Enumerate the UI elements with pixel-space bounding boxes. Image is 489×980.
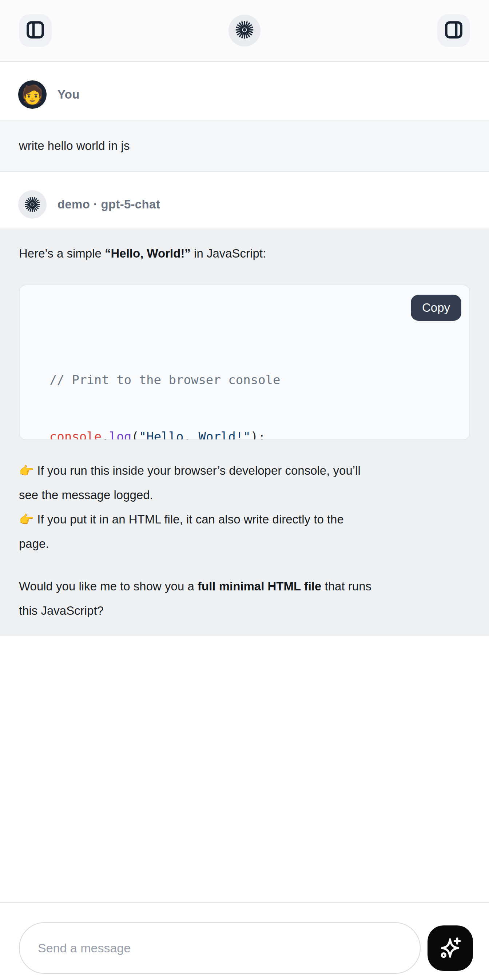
code-line: // Print to the browser console xyxy=(49,370,455,389)
assistant-name-label: demo · gpt-5-chat xyxy=(57,197,160,212)
right-panel-toggle-button[interactable] xyxy=(437,14,470,47)
code-line: console.log("Hello, World!"); xyxy=(49,427,455,440)
assistant-paragraph: 👉 If you run this inside your browser’s … xyxy=(19,458,470,556)
chat-app: 🧑 You write hello world in js xyxy=(0,0,489,980)
user-name-label: You xyxy=(57,88,80,102)
assistant-message: Here’s a simple “Hello, World!” in JavaS… xyxy=(0,228,489,636)
top-bar xyxy=(0,0,489,62)
empty-scroll-area xyxy=(0,636,489,902)
composer-bar xyxy=(0,902,489,980)
code-block: Copy // Print to the browser console con… xyxy=(19,285,470,440)
user-message-text: write hello world in js xyxy=(19,139,129,153)
user-message-header: 🧑 You xyxy=(0,62,489,120)
person-emoji: 🧑 xyxy=(21,86,44,104)
user-avatar: 🧑 xyxy=(18,80,46,109)
app-logo-button[interactable] xyxy=(228,14,261,46)
message-input[interactable] xyxy=(19,922,421,974)
assistant-message-header: demo · gpt-5-chat xyxy=(0,172,489,228)
starburst-icon xyxy=(24,196,41,213)
starburst-logo-icon xyxy=(234,20,255,41)
send-button[interactable] xyxy=(427,926,473,971)
sidebar-toggle-button[interactable] xyxy=(19,14,52,47)
assistant-avatar xyxy=(18,190,46,219)
panel-right-icon xyxy=(444,21,463,40)
user-message: write hello world in js xyxy=(0,120,489,172)
panel-left-icon xyxy=(26,21,45,40)
sparkle-plus-icon xyxy=(438,935,463,961)
copy-button[interactable]: Copy xyxy=(411,295,461,321)
assistant-intro-text: Here’s a simple “Hello, World!” in JavaS… xyxy=(19,242,470,266)
assistant-closing-question: Would you like me to show you a full min… xyxy=(19,574,470,623)
